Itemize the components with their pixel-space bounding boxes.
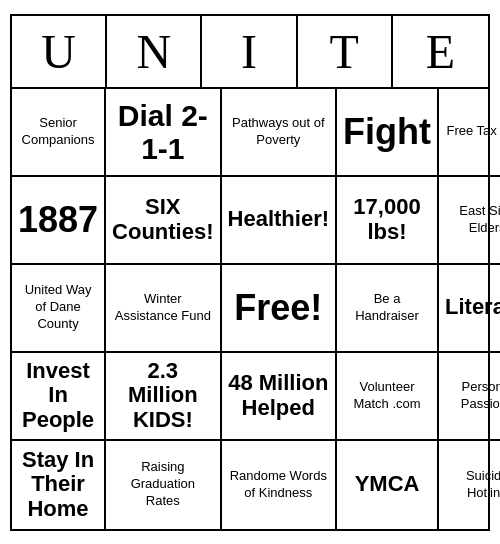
bingo-cell: Pathways out of Poverty	[222, 89, 337, 177]
cell-text: Winter Assistance Fund	[112, 291, 213, 325]
cell-text: Fight	[343, 111, 431, 153]
bingo-cell: Senior Companions	[12, 89, 106, 177]
bingo-cell: Literacy	[439, 265, 500, 353]
cell-text: Free!	[234, 287, 322, 329]
cell-text: United Way of Dane County	[18, 282, 98, 333]
cell-text: Be a Handraiser	[343, 291, 431, 325]
cell-text: 48 Million Helped	[228, 371, 329, 419]
bingo-cell: Suicide Hotline	[439, 441, 500, 529]
cell-text: Dial 2-1-1	[112, 99, 213, 165]
cell-text: East Side Elders	[445, 203, 500, 237]
bingo-cell: Winter Assistance Fund	[106, 265, 221, 353]
bingo-cell: Be a Handraiser	[337, 265, 439, 353]
bingo-header: UNITE	[12, 16, 488, 89]
cell-text: 2.3 Million KIDS!	[112, 359, 213, 432]
bingo-cell: Fight	[337, 89, 439, 177]
bingo-cell: United Way of Dane County	[12, 265, 106, 353]
bingo-cell: Free!	[222, 265, 337, 353]
bingo-card: UNITE Senior CompanionsDial 2-1-1Pathway…	[10, 14, 490, 531]
bingo-cell: 48 Million Helped	[222, 353, 337, 441]
cell-text: Randome Words of Kindness	[228, 468, 329, 502]
cell-text: Invest In People	[18, 359, 98, 432]
bingo-cell: 17,000 lbs!	[337, 177, 439, 265]
bingo-cell: Invest In People	[12, 353, 106, 441]
cell-text: Senior Companions	[18, 115, 98, 149]
bingo-cell: YMCA	[337, 441, 439, 529]
cell-text: Pathways out of Poverty	[228, 115, 329, 149]
bingo-cell: Stay In Their Home	[12, 441, 106, 529]
cell-text: Personal Passions	[445, 379, 500, 413]
cell-text: Healthier!	[228, 207, 329, 231]
bingo-cell: Raising Graduation Rates	[106, 441, 221, 529]
bingo-cell: Randome Words of Kindness	[222, 441, 337, 529]
header-letter: I	[202, 16, 297, 87]
cell-text: SIX Counties!	[112, 195, 213, 243]
cell-text: Suicide Hotline	[445, 468, 500, 502]
cell-text: Raising Graduation Rates	[112, 459, 213, 510]
cell-text: YMCA	[355, 472, 420, 496]
bingo-cell: Dial 2-1-1	[106, 89, 221, 177]
header-letter: U	[12, 16, 107, 87]
cell-text: Stay In Their Home	[18, 448, 98, 521]
bingo-cell: 2.3 Million KIDS!	[106, 353, 221, 441]
cell-text: Literacy	[445, 295, 500, 319]
cell-text: Volunteer Match .com	[343, 379, 431, 413]
bingo-cell: Free Tax Prep	[439, 89, 500, 177]
bingo-cell: East Side Elders	[439, 177, 500, 265]
cell-text: Free Tax Prep	[446, 123, 500, 140]
bingo-cell: Healthier!	[222, 177, 337, 265]
header-letter: T	[298, 16, 393, 87]
bingo-grid: Senior CompanionsDial 2-1-1Pathways out …	[12, 89, 488, 529]
cell-text: 17,000 lbs!	[343, 195, 431, 243]
cell-text: 1887	[18, 199, 98, 241]
bingo-cell: 1887	[12, 177, 106, 265]
header-letter: E	[393, 16, 488, 87]
header-letter: N	[107, 16, 202, 87]
bingo-cell: Volunteer Match .com	[337, 353, 439, 441]
bingo-cell: SIX Counties!	[106, 177, 221, 265]
bingo-cell: Personal Passions	[439, 353, 500, 441]
